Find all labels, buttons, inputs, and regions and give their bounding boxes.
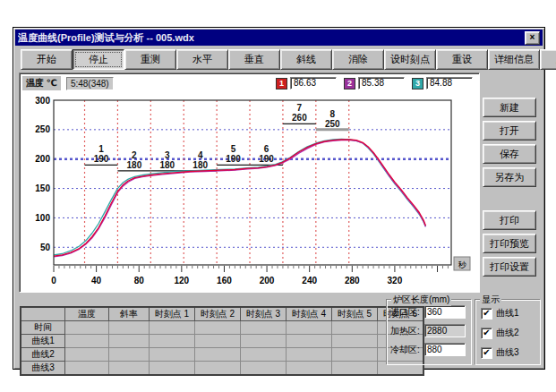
x-unit-label: 秒 [458, 260, 467, 269]
table-cell [150, 348, 195, 362]
table-cell [332, 362, 378, 376]
table-cell [109, 348, 150, 362]
heating-zone-row: 加热区: [390, 324, 467, 337]
channel-1-readout: 1 86.63 [276, 77, 337, 89]
x-tick-label: 160 [217, 276, 232, 285]
table-row: 曲线3 [21, 362, 423, 376]
table-cell [287, 362, 332, 376]
zone-setpoint-label: 180 [159, 160, 175, 170]
stop-button[interactable]: 停止 [73, 49, 124, 70]
table-cell [150, 335, 195, 348]
inlet-zone-row: 进口区: [390, 305, 467, 319]
table-cell [65, 321, 109, 335]
print-button[interactable]: 打印 [483, 210, 536, 230]
save-as-button[interactable]: 另存为 [483, 167, 536, 187]
table-cell [241, 362, 287, 376]
table-header-cell: 时刻点 1 [150, 307, 195, 321]
table-cell [109, 362, 150, 376]
table-cell [150, 321, 195, 335]
new-button[interactable]: 新建 [483, 98, 536, 117]
channel-2-readout: 2 85.38 [344, 77, 405, 89]
table-row-header: 曲线3 [21, 362, 65, 376]
zone-setpoint-label: 190 [259, 154, 274, 164]
open-button[interactable]: 打开 [483, 121, 536, 141]
cooling-zone-label: 冷却区: [390, 344, 423, 356]
zone-setpoint-label: 250 [325, 119, 340, 129]
profile-chart[interactable]: 3002502001501005004080120160200240280320… [21, 91, 475, 294]
erase-button[interactable]: 消除 [332, 49, 384, 70]
curve1-checkbox[interactable]: ✔ [481, 308, 492, 320]
table-cell [241, 335, 287, 348]
table-row-header: 时间 [21, 321, 65, 335]
close-icon[interactable]: × [525, 31, 540, 45]
chart-header: 温度 ℃ 5:48(348) 1 86.63 2 85.38 3 84.88 [22, 76, 476, 90]
channel-3-value: 84.88 [426, 77, 473, 89]
channel-1-color-icon: 1 [276, 78, 287, 89]
table-header-cell [21, 307, 65, 321]
table-row: 曲线1 [21, 335, 423, 348]
zone-number-label: 8 [329, 109, 335, 119]
cooling-zone-row: 冷却区: [390, 343, 467, 356]
curve2-check-label: 曲线2 [496, 327, 519, 339]
vertical-line-button[interactable]: 垂直 [228, 49, 280, 70]
y-tick-label: 250 [35, 124, 50, 134]
title-bar[interactable]: 温度曲线(Profile)测试与分析 -- 005.wdx × [15, 30, 543, 46]
plot-frame [54, 100, 451, 265]
channel-3-readout: 3 84.88 [412, 77, 473, 89]
refresh-button[interactable]: 刷新 [540, 49, 556, 70]
x-tick-label: 0 [51, 276, 56, 285]
set-timepoint-button[interactable]: 设时刻点 [384, 49, 436, 70]
toolbar: 开始 停止 重测 水平 垂直 斜线 消除 设时刻点 重设 详细信息 刷新 关闭 [15, 47, 543, 72]
y-tick-label: 200 [35, 154, 50, 164]
zone-setpoint-label: 260 [292, 113, 307, 123]
inlet-zone-field[interactable] [424, 305, 466, 319]
zone-number-label: 7 [297, 103, 303, 113]
x-tick-label: 80 [134, 276, 145, 285]
channel-readouts: 1 86.63 2 85.38 3 84.88 [276, 77, 476, 89]
table-cell [241, 321, 287, 335]
table-cell [65, 362, 109, 376]
horizontal-line-button[interactable]: 水平 [176, 49, 228, 70]
table-cell [332, 335, 378, 348]
table-header-cell: 时刻点 4 [287, 307, 332, 321]
reset-button[interactable]: 重设 [436, 49, 488, 70]
app-window: 温度曲线(Profile)测试与分析 -- 005.wdx × 开始 停止 重测… [13, 27, 545, 370]
print-setup-button[interactable]: 打印设置 [483, 257, 536, 277]
table-header-cell: 斜率 [109, 307, 150, 321]
table-cell [332, 321, 378, 335]
y-tick-label: 50 [40, 243, 51, 252]
curve3-checkbox[interactable]: ✔ [481, 347, 492, 359]
curve3-check-label: 曲线3 [496, 346, 519, 359]
cooling-zone-field[interactable] [424, 343, 466, 356]
zone-setpoint-label: 180 [192, 160, 208, 170]
table-header-cell: 时刻点 2 [195, 307, 241, 321]
heating-zone-field[interactable] [424, 324, 466, 337]
results-table: 温度斜率时刻点 1时刻点 2时刻点 3时刻点 4时刻点 5时刻点 6时间曲线1曲… [20, 306, 424, 376]
y-tick-label: 150 [35, 183, 50, 193]
print-preview-button[interactable]: 打印预览 [483, 234, 536, 253]
start-button[interactable]: 开始 [21, 49, 73, 70]
table-cell [195, 362, 241, 376]
inlet-zone-label: 进口区: [390, 306, 423, 319]
zone-number-label: 2 [132, 150, 137, 160]
desktop: 温度曲线(Profile)测试与分析 -- 005.wdx × 开始 停止 重测… [0, 0, 556, 392]
x-tick-label: 240 [302, 276, 317, 285]
zone-setpoint-label: 190 [94, 154, 109, 164]
details-button[interactable]: 详细信息 [488, 49, 540, 70]
profile-chart-svg: 3002502001501005004080120160200240280320… [21, 91, 475, 290]
x-tick-label: 200 [260, 276, 275, 285]
save-button[interactable]: 保存 [483, 144, 536, 164]
retest-button[interactable]: 重测 [124, 49, 176, 70]
table-cell [150, 362, 195, 376]
table-header-cell: 时刻点 3 [241, 307, 287, 321]
y-axis-unit-label: 温度 ℃ [22, 76, 61, 90]
curve2-checkbox[interactable]: ✔ [481, 328, 492, 339]
x-tick-label: 280 [345, 276, 360, 285]
slash-line-button[interactable]: 斜线 [280, 49, 332, 70]
table-cell [287, 348, 332, 362]
table-cell [195, 348, 241, 362]
table-cell [241, 348, 287, 362]
x-tick-label: 40 [91, 276, 102, 285]
furnace-zone-title: 炉区长度(mm) [391, 294, 451, 306]
table-row-header: 曲线1 [21, 335, 65, 348]
